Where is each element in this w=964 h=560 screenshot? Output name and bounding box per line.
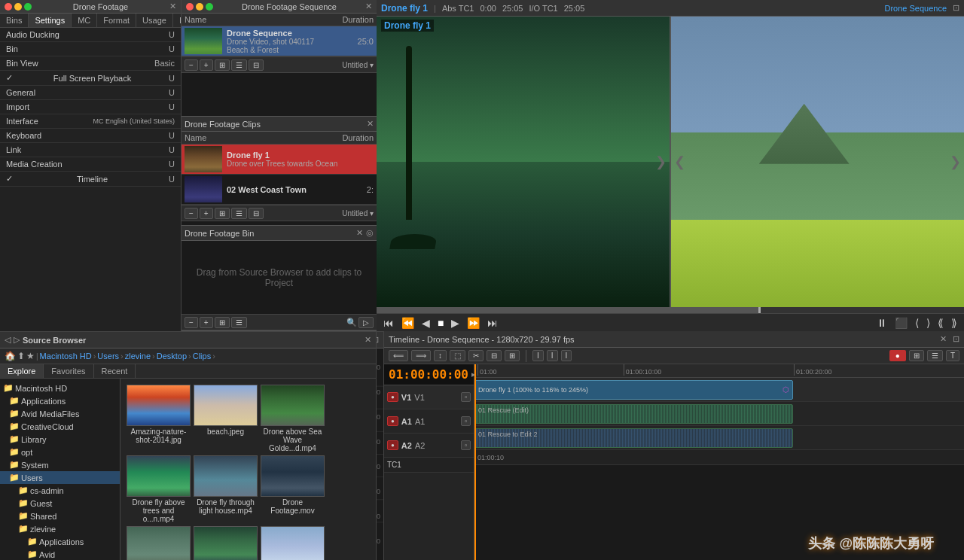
sb-nav-home[interactable]: 🏠 [5,351,16,361]
preview-right-panel[interactable]: ❮ ❯ [670,17,964,307]
pb-mark-in[interactable]: ⏸ [874,317,889,329]
pb-play[interactable]: ▶ [449,317,462,329]
tab-format[interactable]: Format [97,14,136,27]
setting-interface[interactable]: Interface MC English (United States) [0,114,181,129]
timeline-close-icon[interactable]: ✕ [940,334,947,344]
sb-thumb-8[interactable]: pic 1.jpg [261,526,325,560]
sb-nav-left[interactable]: ◁ [5,335,11,345]
sb-close-icon[interactable]: ✕ [365,335,371,345]
pb-next-edit[interactable]: ⟩ [924,317,932,329]
bin-tool-minus[interactable]: − [185,317,198,328]
setting-link[interactable]: Link U [0,143,181,157]
bin-search-icon[interactable]: 🔍 [346,318,357,327]
tree-cs-admin[interactable]: 📁 cs-admin [0,484,120,497]
tree-system[interactable]: 📁 System [0,458,120,471]
sb-tab-explore[interactable]: Explore [0,364,44,378]
tl-tool-razor[interactable]: I [547,350,558,361]
preview-right-forward-arrow[interactable]: ❯ [950,154,961,170]
sb-thumb-5[interactable]: Drone Footage.mov [261,455,325,523]
clips-close-icon[interactable]: ✕ [367,119,374,129]
clips-tool-grid[interactable]: ⊞ [215,208,230,219]
bin-expand-icon[interactable]: ◎ [366,228,374,238]
window-controls[interactable] [5,3,32,11]
a2-enable[interactable]: ▫ [461,440,471,450]
setting-keyboard[interactable]: Keyboard U [0,129,181,143]
seq-min-btn[interactable] [196,3,203,11]
setting-audio-ducking[interactable]: Audio Ducking U [0,28,181,42]
bin-tool-grid[interactable]: ⊞ [215,317,230,328]
pb-step-back[interactable]: ◀ [419,317,432,329]
sb-thumb-4[interactable]: Drone fly through light house.mp4 [194,455,258,523]
sb-tab-recent[interactable]: Recent [94,364,136,378]
tl-tool-5[interactable]: ✂ [468,350,484,361]
seq-tool-plus[interactable]: + [200,59,213,71]
track-row-v1[interactable]: Drone fly 1 (100% to 116% to 245%) ⬡ [474,378,964,402]
pb-more-right[interactable]: ⟫ [949,317,959,329]
setting-timeline[interactable]: Timeline U [0,172,181,187]
tab-mc[interactable]: MC [72,14,97,27]
pb-fast-fwd[interactable]: ⏩ [465,317,482,329]
bin-expand-right[interactable]: ▷ [358,317,374,328]
tree-guest[interactable]: 📁 Guest [0,497,120,510]
clips-untitled-dropdown[interactable]: Untitled ▾ [342,209,374,218]
sb-nav-right[interactable]: ▷ [14,335,20,345]
seq-window-controls[interactable] [186,3,213,11]
pb-fast-rew[interactable]: ⏪ [399,317,416,329]
timeline-expand-icon[interactable]: ⊡ [953,334,959,344]
maximize-btn[interactable] [24,3,32,11]
tree-zlevine[interactable]: 📁 zlevine [0,522,120,535]
a1-rec-btn[interactable]: ● [387,416,398,426]
preview-right-back-arrow[interactable]: ❮ [674,154,685,170]
seq-close-btn[interactable] [186,3,194,11]
bin-tab[interactable]: Drone Footage Bin [185,229,254,238]
close-btn[interactable] [5,3,12,11]
tree-avid[interactable]: 📁 Avid [0,548,120,560]
bin-drop-area[interactable]: Drag from Source Browser to add clips to… [182,241,377,314]
sb-thumb-6[interactable]: mountain.jpeg [127,526,191,560]
tl-tool-4[interactable]: ⬚ [450,350,465,361]
tl-tool-1[interactable]: ⟸ [389,350,408,361]
tab-settings[interactable]: Settings [29,14,72,27]
seq-untitled-dropdown[interactable]: Untitled ▾ [342,61,374,69]
bin-close-icon[interactable]: ✕ [356,228,363,238]
timeline-ruler[interactable]: 01:00 01:00:10:00 01:00:20:00 [474,364,964,378]
v1-enable[interactable]: ▫ [461,392,471,402]
a1-enable[interactable]: ▫ [461,416,471,426]
preview-left-forward-arrow[interactable]: ❯ [655,154,667,170]
sb-nav-users[interactable]: Users [97,352,119,361]
composer-scrub-bar[interactable] [377,307,964,313]
pb-stop[interactable]: ■ [435,317,446,329]
sequence-close-icon[interactable]: ✕ [365,2,372,11]
setting-import[interactable]: Import U [0,100,181,114]
tree-library[interactable]: 📁 Library [0,433,120,446]
sb-nav-clips[interactable]: Clips [193,352,211,361]
tl-tool-trim[interactable]: I [561,350,572,361]
tree-opt[interactable]: 📁 opt [0,446,120,458]
setting-full-screen[interactable]: Full Screen Playback U [0,71,181,86]
pb-mark-out[interactable]: ⬛ [892,317,910,329]
seq-tool-list[interactable]: ☰ [231,59,247,71]
sb-thumb-0[interactable]: Amazing-nature-shot-2014.jpg [127,385,191,452]
sb-nav-desktop[interactable]: Desktop [157,352,187,361]
v1-rec-btn[interactable]: ● [387,392,398,402]
bin-tool-plus[interactable]: + [200,317,213,328]
video-clip-block[interactable]: Drone fly 1 (100% to 116% to 245%) ⬡ [474,380,793,400]
tl-tool-r2[interactable]: ☰ [927,350,943,361]
seq-tool-grid[interactable]: ⊞ [215,59,230,71]
setting-bin[interactable]: Bin U [0,42,181,56]
tl-tool-r1[interactable]: ⊞ [909,350,924,361]
preview-left-panel[interactable]: Drone fly 1 ❯ [377,17,670,307]
minimize-btn[interactable] [14,3,22,11]
tree-applications[interactable]: 📁 Applications [0,394,120,407]
a2-rec-btn[interactable]: ● [387,440,398,450]
seq-tool-detail[interactable]: ⊟ [249,59,264,71]
clips-tool-list[interactable]: ☰ [231,208,247,219]
sb-thumb-1[interactable]: beach.jpeg [194,385,258,452]
tl-tool-mark[interactable]: I [532,350,544,361]
sb-thumb-2[interactable]: Drone above Sea Wave Golde...d.mp4 [261,385,325,452]
clips-tool-minus[interactable]: − [185,208,198,219]
clips-tool-detail[interactable]: ⊟ [249,208,264,219]
seq-max-btn[interactable] [206,3,213,11]
seq-tool-minus[interactable]: − [185,59,198,71]
tab-usage[interactable]: Usage [136,14,173,27]
